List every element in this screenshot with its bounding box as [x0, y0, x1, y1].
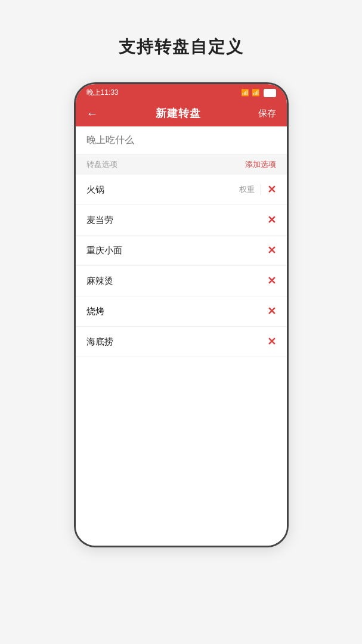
- top-bar: ← 新建转盘 保存: [76, 100, 287, 126]
- list-item: 麻辣烫✕: [76, 266, 287, 296]
- delete-item-button[interactable]: ✕: [267, 335, 276, 348]
- items-list: 火锅权重✕麦当劳✕重庆小面✕麻辣烫✕烧烤✕海底捞✕: [76, 175, 287, 357]
- list-item: 重庆小面✕: [76, 236, 287, 266]
- item-name: 海底捞: [86, 336, 267, 348]
- wifi-icon: 📶: [252, 89, 260, 97]
- delete-item-button[interactable]: ✕: [267, 183, 276, 196]
- status-bar: 晚上11:33 📶 📶 89: [76, 84, 287, 100]
- item-name: 火锅: [86, 184, 239, 196]
- save-button[interactable]: 保存: [258, 108, 276, 119]
- item-name: 重庆小面: [86, 245, 267, 256]
- back-button[interactable]: ←: [86, 107, 98, 120]
- delete-item-button[interactable]: ✕: [267, 274, 276, 287]
- status-time: 晚上11:33: [86, 88, 119, 98]
- page-title: 支持转盘自定义: [119, 36, 244, 58]
- delete-item-button[interactable]: ✕: [267, 213, 276, 227]
- list-item: 麦当劳✕: [76, 205, 287, 236]
- spinwheel-name-input[interactable]: [86, 135, 276, 145]
- name-input-row: [76, 126, 287, 154]
- list-item: 火锅权重✕: [76, 175, 287, 205]
- phone-frame: 晚上11:33 📶 📶 89 ← 新建转盘 保存 转盘选项 添加选项 火锅权重✕…: [74, 82, 289, 547]
- weight-label: 权重: [239, 184, 261, 195]
- delete-item-button[interactable]: ✕: [267, 244, 276, 257]
- signal-icon: 📶: [241, 89, 249, 97]
- top-bar-title: 新建转盘: [156, 106, 201, 120]
- content-area: 转盘选项 添加选项 火锅权重✕麦当劳✕重庆小面✕麻辣烫✕烧烤✕海底捞✕: [76, 126, 287, 546]
- status-icons: 📶 📶 89: [241, 89, 276, 97]
- item-name: 烧烤: [86, 306, 267, 317]
- delete-item-button[interactable]: ✕: [267, 305, 276, 318]
- list-item: 海底捞✕: [76, 327, 287, 357]
- add-option-button[interactable]: 添加选项: [245, 159, 276, 170]
- section-label: 转盘选项: [86, 159, 117, 170]
- list-item: 烧烤✕: [76, 296, 287, 327]
- section-header: 转盘选项 添加选项: [76, 154, 287, 175]
- battery-indicator: 89: [264, 89, 276, 97]
- item-name: 麻辣烫: [86, 275, 267, 287]
- item-name: 麦当劳: [86, 215, 267, 226]
